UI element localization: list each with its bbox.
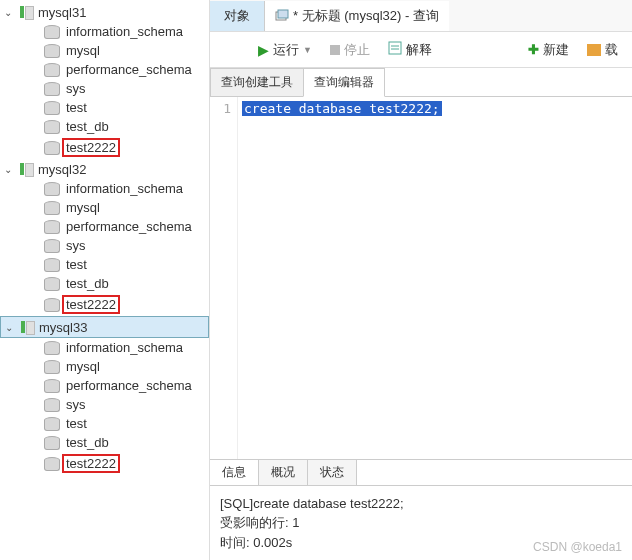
db-label: test_db (66, 276, 109, 291)
database-icon (44, 82, 60, 96)
db-item[interactable]: sys (0, 395, 209, 414)
database-icon (44, 63, 60, 77)
database-icon (44, 25, 60, 39)
svg-rect-1 (278, 10, 288, 18)
db-label: information_schema (66, 24, 183, 39)
tab-object[interactable]: 对象 (210, 1, 265, 31)
result-sql: [SQL]create database test2222; (220, 494, 622, 514)
database-icon (44, 360, 60, 374)
db-label: sys (66, 238, 86, 253)
database-icon (44, 201, 60, 215)
db-item[interactable]: mysql (0, 41, 209, 60)
db-label: information_schema (66, 340, 183, 355)
db-label: performance_schema (66, 219, 192, 234)
db-item[interactable]: information_schema (0, 22, 209, 41)
server-label: mysql32 (38, 162, 86, 177)
database-icon (44, 379, 60, 393)
tab-info[interactable]: 信息 (210, 460, 259, 485)
db-item[interactable]: test2222 (0, 452, 209, 475)
query-subtabs: 查询创建工具 查询编辑器 (210, 68, 632, 97)
database-icon (44, 101, 60, 115)
db-item[interactable]: test (0, 414, 209, 433)
db-item[interactable]: test_db (0, 433, 209, 452)
db-item[interactable]: test_db (0, 117, 209, 136)
dropdown-icon: ▼ (303, 45, 312, 55)
db-item[interactable]: performance_schema (0, 376, 209, 395)
tab-query[interactable]: * 无标题 (mysql32) - 查询 (265, 1, 449, 31)
new-button[interactable]: ✚ 新建 (522, 38, 575, 62)
db-item[interactable]: test2222 (0, 136, 209, 159)
database-icon (44, 457, 60, 471)
explain-button[interactable]: 解释 (382, 38, 438, 62)
db-label: sys (66, 81, 86, 96)
tab-summary[interactable]: 概况 (259, 460, 308, 485)
db-item[interactable]: information_schema (0, 179, 209, 198)
db-item[interactable]: information_schema (0, 338, 209, 357)
db-label: test (66, 416, 87, 431)
server-label: mysql31 (38, 5, 86, 20)
subtab-builder[interactable]: 查询创建工具 (210, 68, 304, 96)
db-label: performance_schema (66, 62, 192, 77)
sql-editor[interactable]: 1 create database test2222; (210, 97, 632, 459)
db-item[interactable]: test (0, 255, 209, 274)
db-label: mysql (66, 359, 100, 374)
server-label: mysql33 (39, 320, 87, 335)
subtab-editor[interactable]: 查询编辑器 (303, 68, 385, 97)
db-label: test2222 (62, 295, 120, 314)
document-tabs: 对象 * 无标题 (mysql32) - 查询 (210, 0, 632, 32)
connection-tree[interactable]: ⌄mysql31information_schemamysqlperforman… (0, 0, 210, 560)
db-item[interactable]: mysql (0, 357, 209, 376)
database-icon (44, 277, 60, 291)
watermark: CSDN @koeda1 (533, 540, 622, 554)
db-item[interactable]: test (0, 98, 209, 117)
db-label: information_schema (66, 181, 183, 196)
server-mysql32[interactable]: ⌄mysql32 (0, 159, 209, 179)
db-label: performance_schema (66, 378, 192, 393)
tab-status[interactable]: 状态 (308, 460, 357, 485)
db-item[interactable]: test_db (0, 274, 209, 293)
db-item[interactable]: performance_schema (0, 60, 209, 79)
server-icon (18, 161, 34, 177)
stop-icon (330, 45, 340, 55)
db-label: test_db (66, 435, 109, 450)
db-item[interactable]: test2222 (0, 293, 209, 316)
database-icon (44, 239, 60, 253)
database-icon (44, 417, 60, 431)
database-icon (44, 436, 60, 450)
server-icon (19, 319, 35, 335)
database-icon (44, 182, 60, 196)
server-icon (18, 4, 34, 20)
db-label: test_db (66, 119, 109, 134)
db-label: mysql (66, 43, 100, 58)
line-gutter: 1 (210, 97, 238, 459)
database-icon (44, 141, 60, 155)
db-label: mysql (66, 200, 100, 215)
run-button[interactable]: ▶ 运行 ▼ (252, 38, 318, 62)
chevron-down-icon: ⌄ (5, 322, 17, 333)
db-item[interactable]: performance_schema (0, 217, 209, 236)
folder-icon (587, 44, 601, 56)
play-icon: ▶ (258, 42, 269, 58)
stop-button[interactable]: 停止 (324, 38, 376, 62)
sql-text: create database test2222; (242, 101, 442, 116)
db-item[interactable]: mysql (0, 198, 209, 217)
result-rows: 受影响的行: 1 (220, 513, 622, 533)
chevron-down-icon: ⌄ (4, 7, 16, 18)
tab-query-title: * 无标题 (mysql32) - 查询 (293, 7, 439, 25)
code-area[interactable]: create database test2222; (238, 97, 632, 459)
database-icon (44, 298, 60, 312)
server-mysql31[interactable]: ⌄mysql31 (0, 2, 209, 22)
db-label: test2222 (62, 138, 120, 157)
database-icon (44, 44, 60, 58)
database-icon (44, 220, 60, 234)
load-button[interactable]: 载 (581, 38, 624, 62)
query-icon (275, 9, 289, 23)
chevron-down-icon: ⌄ (4, 164, 16, 175)
db-item[interactable]: sys (0, 79, 209, 98)
db-label: test (66, 100, 87, 115)
db-item[interactable]: sys (0, 236, 209, 255)
svg-rect-2 (389, 42, 401, 54)
database-icon (44, 341, 60, 355)
server-mysql33[interactable]: ⌄mysql33 (0, 316, 209, 338)
main-panel: 对象 * 无标题 (mysql32) - 查询 ▶ 运行 ▼ 停止 (210, 0, 632, 560)
